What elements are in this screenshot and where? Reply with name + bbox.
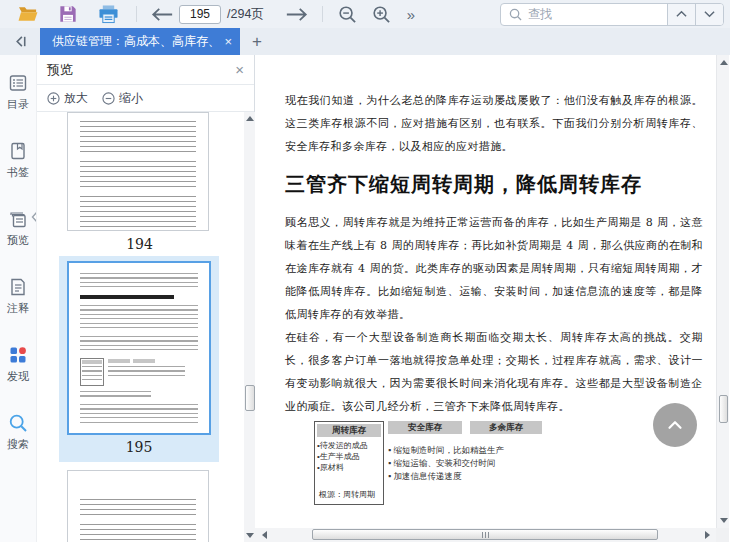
section-heading: 三管齐下缩短周转周期，降低周转库存 xyxy=(285,171,642,198)
search-input-wrap[interactable] xyxy=(501,4,667,25)
scroll-down-arrow[interactable] xyxy=(717,514,730,527)
bookmark-icon xyxy=(8,141,28,161)
annotation-doc-icon xyxy=(8,277,28,297)
toc-icon xyxy=(8,73,28,93)
tab-close-button[interactable]: × xyxy=(224,35,232,48)
zoom-in-label: 放大 xyxy=(64,90,88,107)
circle-minus-icon xyxy=(102,92,115,105)
more-tools-button[interactable]: » xyxy=(399,6,423,23)
tab-bar: 供应链管理：高成本、高库存、 × + xyxy=(0,28,730,55)
action-item: 缩短运输、安装和交付时间 xyxy=(393,458,495,468)
new-tab-button[interactable]: + xyxy=(252,32,262,52)
scrollbar-thumb[interactable] xyxy=(312,529,658,540)
sidebar-item-bookmarks[interactable]: 书签 xyxy=(0,129,36,191)
document-paragraph: 顾名思义，周转库存就是为维持正常运营而备的库存，比如生产周期是 8 周，这意味着… xyxy=(285,211,703,326)
thumbnail-page-image xyxy=(67,470,209,542)
preview-panel-header: 预览 × xyxy=(37,55,254,85)
next-page-button[interactable] xyxy=(280,1,314,27)
find-previous-button[interactable] xyxy=(667,4,695,25)
turnover-actions: ▪ 缩短制造时间，比如精益生产 ▪ 缩短运输、安装和交付时间 ▪ 加速信息传递速… xyxy=(388,444,504,483)
find-bar xyxy=(500,3,724,26)
navigation-sidebar: 目录 书签 预览 xyxy=(0,55,36,542)
sidebar-item-label: 搜索 xyxy=(7,437,29,452)
thumbnail-zoom-out-button[interactable]: 缩小 xyxy=(102,90,143,107)
thumbnail-zoom-controls: 放大 缩小 xyxy=(37,85,254,112)
scroll-left-arrow[interactable] xyxy=(258,528,271,542)
sidebar-item-label: 目录 xyxy=(7,97,29,112)
pdf-reader-window: /294页 » xyxy=(0,0,730,542)
inventory-diagram: 周转库存 •待发运的成品 •生产半成品 •原材料 根源：周转周期 安全库存 多余… xyxy=(314,421,574,507)
document-horizontal-scrollbar[interactable] xyxy=(256,528,716,542)
document-tab[interactable]: 供应链管理：高成本、高库存、 × xyxy=(40,28,240,55)
chevron-up-icon xyxy=(664,414,686,436)
toolbar-separator xyxy=(136,6,137,22)
scrollbar-thumb[interactable] xyxy=(719,395,728,423)
collapse-left-icon xyxy=(13,34,28,49)
thumbnail-page-195-selected[interactable]: 195 xyxy=(59,256,219,462)
chevron-up-icon xyxy=(676,10,687,18)
square-bullet-marker: ▪ xyxy=(388,471,391,481)
scrollbar-thumb[interactable] xyxy=(245,385,255,411)
document-view[interactable]: 现在我们知道，为什么老总的降库存运动屡战屡败了：他们没有触及库存的根源。这三类库… xyxy=(255,55,716,528)
square-bullet-marker: ▪ xyxy=(388,445,391,455)
toolbar-separator xyxy=(322,6,323,22)
tab-list-collapse-button[interactable] xyxy=(6,28,34,55)
page-number-input[interactable] xyxy=(179,5,221,24)
thumbnail-zoom-in-button[interactable]: 放大 xyxy=(47,90,88,107)
arrow-right-icon xyxy=(285,7,309,22)
sidebar-item-label: 注释 xyxy=(7,301,29,316)
preview-pages-icon xyxy=(8,209,28,229)
main-toolbar: /294页 » xyxy=(0,0,730,28)
previous-page-button[interactable] xyxy=(145,1,179,27)
document-paragraph: 现在我们知道，为什么老总的降库存运动屡战屡败了：他们没有触及库存的根源。这三类库… xyxy=(285,89,703,158)
find-next-button[interactable] xyxy=(695,4,723,25)
sidebar-item-search[interactable]: 搜索 xyxy=(0,401,36,463)
zoom-out-icon xyxy=(338,5,357,24)
turnover-item: 待发运的成品 xyxy=(320,441,368,450)
preview-panel-close-button[interactable]: × xyxy=(235,62,244,77)
open-file-button[interactable] xyxy=(8,1,48,27)
back-to-top-button[interactable] xyxy=(653,403,697,447)
zoom-in-button[interactable] xyxy=(365,1,399,27)
safety-inventory-header: 安全库存 xyxy=(388,421,462,434)
search-input[interactable] xyxy=(528,7,659,21)
excess-inventory-header: 多余库存 xyxy=(470,421,542,434)
turnover-items: •待发运的成品 •生产半成品 •原材料 xyxy=(317,440,381,473)
page-total-label: /294页 xyxy=(227,6,264,23)
save-button[interactable] xyxy=(48,1,88,27)
zoom-out-button[interactable] xyxy=(331,1,365,27)
preview-panel-title: 预览 xyxy=(47,61,235,79)
square-bullet-marker: ▪ xyxy=(388,458,391,468)
chevron-down-icon xyxy=(704,10,715,18)
scroll-down-arrow[interactable] xyxy=(244,529,256,542)
thumbnail-list: 194 xyxy=(37,112,242,542)
thumbnail-page-image xyxy=(67,112,209,231)
thumbnail-page-image xyxy=(67,261,211,435)
circle-plus-icon xyxy=(47,92,60,105)
zoom-out-label: 缩小 xyxy=(119,90,143,107)
turnover-footer: 根源：周转周期 xyxy=(319,489,375,500)
arrow-left-icon xyxy=(150,7,174,22)
turnover-header: 周转库存 xyxy=(317,424,381,437)
scrollbar-corner xyxy=(716,528,729,542)
document-paragraph: 在硅谷，有一个大型设备制造商长期面临交期太长、周转库存太高的挑战。交期长，很多客… xyxy=(285,326,703,418)
sidebar-item-preview[interactable]: 预览 xyxy=(0,197,36,259)
scroll-up-arrow[interactable] xyxy=(717,56,730,69)
action-item: 缩短制造时间，比如精益生产 xyxy=(393,445,504,455)
sidebar-item-toc[interactable]: 目录 xyxy=(0,61,36,123)
scroll-right-arrow[interactable] xyxy=(701,528,714,542)
sidebar-item-discover[interactable]: 发现 xyxy=(0,333,36,395)
thumbnail-page-number: 195 xyxy=(59,439,219,455)
sidebar-item-label: 预览 xyxy=(7,233,29,248)
save-icon xyxy=(59,5,77,23)
print-button[interactable] xyxy=(88,1,128,27)
turnover-item: 生产半成品 xyxy=(320,452,360,461)
sidebar-item-label: 书签 xyxy=(7,165,29,180)
document-vertical-scrollbar[interactable] xyxy=(716,55,729,528)
thumbnail-page-number: 194 xyxy=(37,236,242,252)
sidebar-item-annotations[interactable]: 注释 xyxy=(0,265,36,327)
search-icon xyxy=(509,8,522,21)
action-item: 加速信息传递速度 xyxy=(393,471,461,481)
search-panel-icon xyxy=(8,413,28,433)
discover-icon xyxy=(8,345,28,365)
